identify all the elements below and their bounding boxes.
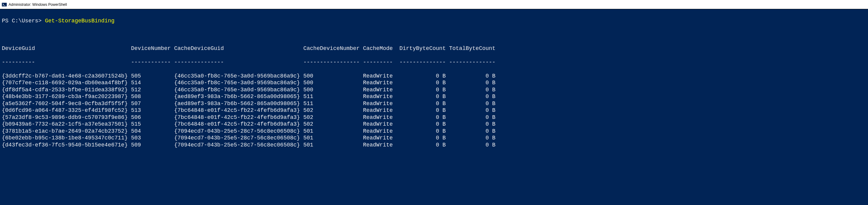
table-row: {707cf7ee-c118-6692-029a-db60eaa4f8bf}51… <box>2 79 866 87</box>
cell-deviceguid: {b09439a6-7732-6a22-1cf5-a37e5ea37501} <box>2 121 131 128</box>
cell-dirtybytecount: 0 B <box>396 114 446 121</box>
header-cachedevicenumber: CacheDeviceNumber <box>303 45 363 52</box>
cell-totalbytecount: 0 B <box>446 93 495 100</box>
cell-cachemode: ReadWrite <box>363 128 396 135</box>
cell-totalbytecount: 0 B <box>446 128 495 135</box>
cell-deviceguid: {3781b1a5-e1ac-b7ae-2649-02a74cb23752} <box>2 128 131 135</box>
cell-deviceguid: {3ddcff2c-b767-da61-4e68-c2a36071524b} <box>2 73 131 80</box>
cell-totalbytecount: 0 B <box>446 121 495 128</box>
cell-dirtybytecount: 0 B <box>396 121 446 128</box>
blank-line <box>2 31 866 38</box>
cell-deviceguid: {6be02ebb-b95c-138b-1be8-495347c0c711} <box>2 135 131 142</box>
sep-totalbytecount: -------------- <box>446 59 495 66</box>
table-row: {48b4e3bb-3177-6289-cb3a-f9ac20223987}50… <box>2 93 866 100</box>
cell-cachedeviceguid: {46cc35a0-fb8c-765e-3a0d-9569bac86a9c} <box>174 79 303 87</box>
table-row: {0d6fcd96-a064-f487-3325-ef4d1f98fc52}51… <box>2 107 866 114</box>
cell-deviceguid: {df8df5a4-cdfa-2533-bfbe-011dea338f92} <box>2 87 131 94</box>
cell-devicenumber: 515 <box>131 121 174 128</box>
cell-cachedeviceguid: {7bc64848-e01f-42c5-fb22-4fefb6d9afa3} <box>174 114 303 121</box>
header-cachemode: CacheMode <box>363 45 396 52</box>
cell-cachedeviceguid: {7bc64848-e01f-42c5-fb22-4fefb6d9afa3} <box>174 121 303 128</box>
cell-cachedevicenumber: 501 <box>303 128 363 135</box>
cell-cachemode: ReadWrite <box>363 135 396 142</box>
cell-cachedevicenumber: 511 <box>303 93 363 100</box>
cell-cachedeviceguid: {7bc64848-e01f-42c5-fb22-4fefb6d9afa3} <box>174 107 303 114</box>
cell-cachedeviceguid: {7094ecd7-043b-25e5-28c7-56c8ec06508c} <box>174 128 303 135</box>
cell-cachedeviceguid: {46cc35a0-fb8c-765e-3a0d-9569bac86a9c} <box>174 87 303 94</box>
cell-cachemode: ReadWrite <box>363 73 396 80</box>
sep-deviceguid: ---------- <box>2 59 131 66</box>
table-row: {3781b1a5-e1ac-b7ae-2649-02a74cb23752}50… <box>2 128 866 135</box>
cell-dirtybytecount: 0 B <box>396 142 446 149</box>
cell-dirtybytecount: 0 B <box>396 135 446 142</box>
cell-cachemode: ReadWrite <box>363 79 396 87</box>
cell-devicenumber: 504 <box>131 128 174 135</box>
sep-cachedeviceguid: --------------- <box>174 59 303 66</box>
cell-totalbytecount: 0 B <box>446 107 495 114</box>
header-totalbytecount: TotalByteCount <box>446 45 495 52</box>
cell-cachedevicenumber: 502 <box>303 107 363 114</box>
cell-devicenumber: 512 <box>131 87 174 94</box>
cell-cachedevicenumber: 501 <box>303 142 363 149</box>
cell-devicenumber: 508 <box>131 93 174 100</box>
svg-rect-0 <box>2 3 7 6</box>
header-devicenumber: DeviceNumber <box>131 45 174 52</box>
cell-totalbytecount: 0 B <box>446 142 495 149</box>
cell-deviceguid: {57a23df8-9c53-9896-ddb9-c570793f9e86} <box>2 114 131 121</box>
cell-cachemode: ReadWrite <box>363 142 396 149</box>
cell-devicenumber: 513 <box>131 107 174 114</box>
cell-cachemode: ReadWrite <box>363 107 396 114</box>
prompt-prefix: PS C:\Users> <box>2 18 45 25</box>
cell-cachemode: ReadWrite <box>363 100 396 107</box>
cell-cachedevicenumber: 502 <box>303 114 363 121</box>
cell-cachemode: ReadWrite <box>363 87 396 94</box>
table-row: {3ddcff2c-b767-da61-4e68-c2a36071524b}50… <box>2 73 866 80</box>
header-cachedeviceguid: CacheDeviceGuid <box>174 45 303 52</box>
terminal-output[interactable]: PS C:\Users> Get-StorageBusBinding Devic… <box>0 9 868 205</box>
cell-devicenumber: 505 <box>131 73 174 80</box>
cell-dirtybytecount: 0 B <box>396 128 446 135</box>
table-row: {d43fec3d-ef36-7fc5-9540-5b15ee4e671e}50… <box>2 142 866 149</box>
cell-devicenumber: 503 <box>131 135 174 142</box>
cell-devicenumber: 509 <box>131 142 174 149</box>
sep-cachedevicenumber: ----------------- <box>303 59 363 66</box>
cell-totalbytecount: 0 B <box>446 100 495 107</box>
cell-deviceguid: {48b4e3bb-3177-6289-cb3a-f9ac20223987} <box>2 93 131 100</box>
cell-cachemode: ReadWrite <box>363 93 396 100</box>
cell-cachedeviceguid: {7094ecd7-043b-25e5-28c7-56c8ec06508c} <box>174 135 303 142</box>
cell-totalbytecount: 0 B <box>446 135 495 142</box>
table-row: {b09439a6-7732-6a22-1cf5-a37e5ea37501}51… <box>2 121 866 128</box>
cell-cachemode: ReadWrite <box>363 114 396 121</box>
cell-cachedeviceguid: {aed89ef3-983a-7b6b-5662-865a00d98065} <box>174 93 303 100</box>
cell-deviceguid: {d43fec3d-ef36-7fc5-9540-5b15ee4e671e} <box>2 142 131 149</box>
sep-cachemode: --------- <box>363 59 396 66</box>
cell-cachedevicenumber: 511 <box>303 100 363 107</box>
cell-dirtybytecount: 0 B <box>396 100 446 107</box>
cell-cachedevicenumber: 500 <box>303 73 363 80</box>
cell-dirtybytecount: 0 B <box>396 73 446 80</box>
cell-cachedevicenumber: 500 <box>303 87 363 94</box>
cell-cachedeviceguid: {aed89ef3-983a-7b6b-5662-865a00d98065} <box>174 100 303 107</box>
prompt-line: PS C:\Users> Get-StorageBusBinding <box>2 18 866 25</box>
powershell-icon <box>2 2 7 7</box>
window-titlebar[interactable]: Administrator: Windows PowerShell <box>0 0 868 9</box>
cell-deviceguid: {a5e5362f-7602-504f-9ec8-0cfba3df5f5f} <box>2 100 131 107</box>
cell-cachedevicenumber: 502 <box>303 121 363 128</box>
cell-totalbytecount: 0 B <box>446 114 495 121</box>
cell-cachedevicenumber: 500 <box>303 79 363 87</box>
separator-row: ----------------------------------------… <box>2 59 866 66</box>
cell-totalbytecount: 0 B <box>446 87 495 94</box>
cell-devicenumber: 506 <box>131 114 174 121</box>
cell-deviceguid: {0d6fcd96-a064-f487-3325-ef4d1f98fc52} <box>2 107 131 114</box>
cell-devicenumber: 514 <box>131 79 174 87</box>
cell-cachedeviceguid: {46cc35a0-fb8c-765e-3a0d-9569bac86a9c} <box>174 73 303 80</box>
cell-dirtybytecount: 0 B <box>396 107 446 114</box>
table-row: {57a23df8-9c53-9896-ddb9-c570793f9e86}50… <box>2 114 866 121</box>
cell-cachedevicenumber: 501 <box>303 135 363 142</box>
cell-deviceguid: {707cf7ee-c118-6692-029a-db60eaa4f8bf} <box>2 79 131 87</box>
table-row: {a5e5362f-7602-504f-9ec8-0cfba3df5f5f}50… <box>2 100 866 107</box>
cell-totalbytecount: 0 B <box>446 79 495 87</box>
window-title: Administrator: Windows PowerShell <box>8 2 67 7</box>
command-text: Get-StorageBusBinding <box>45 18 115 25</box>
sep-dirtybytecount: -------------- <box>396 59 446 66</box>
